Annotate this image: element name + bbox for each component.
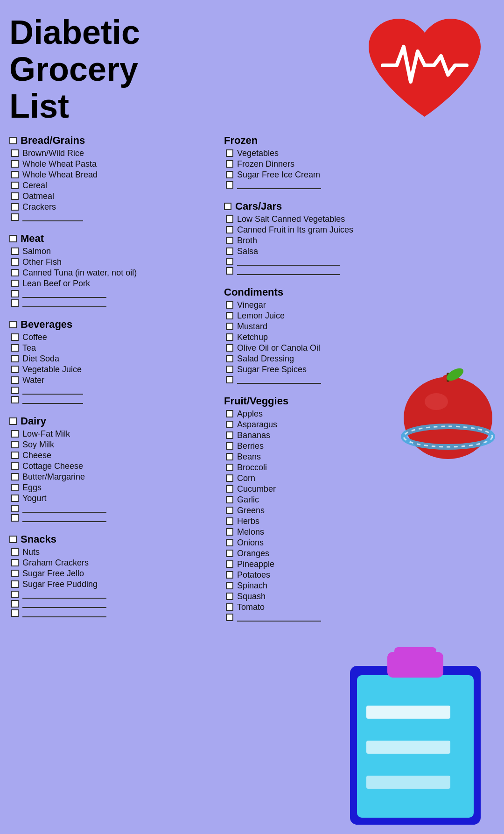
item-checkbox[interactable] (11, 247, 19, 255)
blank-checkbox[interactable] (11, 213, 19, 221)
item-checkbox[interactable] (11, 559, 19, 566)
item-checkbox[interactable] (11, 160, 19, 168)
item-checkbox[interactable] (11, 344, 19, 352)
item-checkbox[interactable] (226, 442, 233, 450)
item-checkbox[interactable] (226, 149, 233, 157)
blank-checkbox[interactable] (11, 591, 19, 598)
item-checkbox[interactable] (226, 464, 233, 471)
blank-checkbox[interactable] (226, 258, 233, 265)
item-checkbox[interactable] (11, 280, 19, 287)
blank-checkbox[interactable] (226, 181, 233, 189)
item-checkbox[interactable] (226, 171, 233, 178)
item-checkbox[interactable] (226, 237, 233, 244)
item-checkbox[interactable] (226, 333, 233, 341)
section-checkbox-bread[interactable] (9, 137, 17, 144)
blank-field[interactable] (22, 386, 83, 395)
item-checkbox[interactable] (226, 431, 233, 439)
blank-field[interactable] (22, 600, 106, 608)
item-checkbox[interactable] (226, 582, 233, 589)
section-checkbox-dairy[interactable] (9, 417, 17, 425)
item-checkbox[interactable] (11, 366, 19, 373)
item-checkbox[interactable] (11, 473, 19, 481)
item-checkbox[interactable] (11, 355, 19, 362)
item-checkbox[interactable] (226, 226, 233, 233)
item-checkbox[interactable] (226, 421, 233, 428)
blank-field[interactable] (237, 257, 340, 266)
section-checkbox-meat[interactable] (9, 235, 17, 242)
item-checkbox[interactable] (11, 192, 19, 200)
item-checkbox[interactable] (11, 258, 19, 266)
item-checkbox[interactable] (226, 247, 233, 255)
blank-checkbox[interactable] (11, 299, 19, 307)
item-checkbox[interactable] (226, 560, 233, 568)
blank-field[interactable] (237, 375, 321, 384)
item-checkbox[interactable] (226, 160, 233, 168)
item-checkbox[interactable] (11, 171, 19, 178)
item-checkbox[interactable] (11, 462, 19, 470)
item-checkbox[interactable] (11, 333, 19, 341)
item-checkbox[interactable] (226, 410, 233, 417)
blank-checkbox[interactable] (11, 514, 19, 522)
item-checkbox[interactable] (226, 517, 233, 525)
blank-field[interactable] (22, 590, 106, 599)
item-checkbox[interactable] (226, 355, 233, 362)
blank-checkbox[interactable] (11, 609, 19, 617)
item-checkbox[interactable] (11, 484, 19, 491)
item-checkbox[interactable] (226, 474, 233, 482)
item-checkbox[interactable] (226, 571, 233, 579)
blank-field[interactable] (237, 181, 321, 189)
blank-field[interactable] (22, 396, 83, 404)
item-checkbox[interactable] (226, 323, 233, 330)
blank-field[interactable] (22, 504, 106, 513)
blank-checkbox[interactable] (226, 614, 233, 621)
blank-checkbox[interactable] (11, 290, 19, 297)
item-checkbox[interactable] (11, 269, 19, 276)
item-checkbox[interactable] (11, 548, 19, 556)
item-checkbox[interactable] (226, 550, 233, 557)
item-checkbox[interactable] (226, 344, 233, 352)
blank-field[interactable] (22, 609, 106, 617)
list-item: Whole Wheat Bread (9, 170, 210, 180)
item-checkbox[interactable] (226, 485, 233, 493)
item-checkbox[interactable] (11, 452, 19, 459)
section-checkbox-beverages[interactable] (9, 321, 17, 328)
blank-checkbox[interactable] (226, 267, 233, 275)
blank-checkbox[interactable] (11, 600, 19, 608)
item-checkbox[interactable] (226, 507, 233, 514)
item-checkbox[interactable] (226, 312, 233, 319)
item-checkbox[interactable] (226, 528, 233, 536)
blank-field[interactable] (22, 299, 106, 307)
item-checkbox[interactable] (11, 149, 19, 157)
item-checkbox[interactable] (226, 603, 233, 611)
blank-field[interactable] (22, 290, 106, 298)
blank-field[interactable] (237, 267, 340, 275)
blank-checkbox[interactable] (11, 505, 19, 512)
blank-checkbox[interactable] (11, 396, 19, 403)
blank-checkbox[interactable] (11, 387, 19, 394)
item-checkbox[interactable] (226, 539, 233, 546)
item-label: Bananas (237, 431, 270, 440)
section-checkbox-cans[interactable] (224, 203, 231, 210)
item-checkbox[interactable] (11, 430, 19, 438)
item-checkbox[interactable] (226, 496, 233, 503)
item-checkbox[interactable] (11, 182, 19, 189)
blank-field[interactable] (22, 213, 83, 221)
blank-field[interactable] (237, 613, 321, 622)
item-checkbox[interactable] (11, 441, 19, 448)
blank-field[interactable] (22, 514, 106, 522)
item-checkbox[interactable] (226, 593, 233, 600)
item-checkbox[interactable] (11, 376, 19, 384)
item-checkbox[interactable] (226, 366, 233, 373)
blank-checkbox[interactable] (226, 376, 233, 383)
item-checkbox[interactable] (226, 301, 233, 309)
item-label: Graham Crackers (22, 558, 89, 568)
section-checkbox-snacks[interactable] (9, 536, 17, 543)
list-item: Other Fish (9, 257, 210, 267)
item-checkbox[interactable] (11, 203, 19, 211)
item-checkbox[interactable] (11, 495, 19, 502)
item-checkbox[interactable] (226, 453, 233, 460)
item-checkbox[interactable] (226, 215, 233, 223)
item-checkbox[interactable] (11, 570, 19, 577)
section-title-condiments: Condiments (224, 286, 283, 298)
item-checkbox[interactable] (11, 580, 19, 588)
